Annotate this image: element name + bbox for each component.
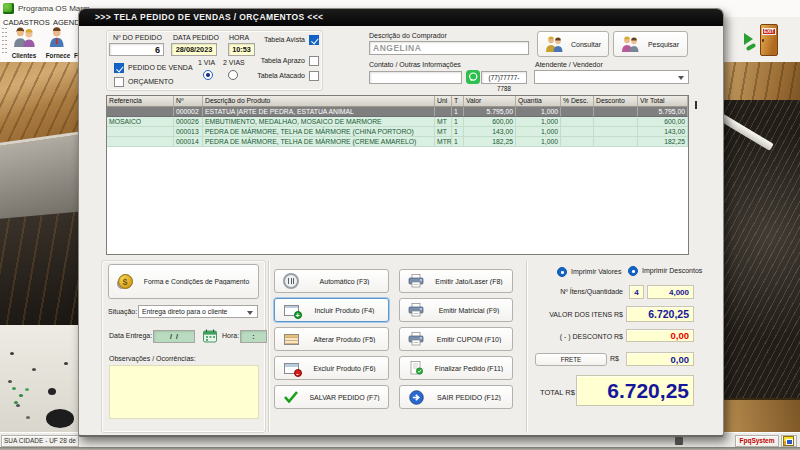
tabela-aprazo-checkbox[interactable] (309, 56, 319, 66)
menu-agenda[interactable]: AGEND (53, 18, 80, 27)
people-icon (620, 36, 640, 52)
pedido-vendas-dialog: >>> TELA PEDIDO DE VENDAS / ORÇAMENTOS <… (78, 8, 724, 437)
atendente-select[interactable] (534, 70, 689, 84)
sair-pedido-button[interactable]: SAIR PEDIDO (F12) (399, 385, 513, 409)
toolbar-grip (2, 28, 4, 55)
pesquisar-button[interactable]: Pesquisar (613, 31, 688, 57)
grid-header: Referencia Nº Descrição do Produto Uni T… (107, 96, 688, 107)
toolbar-fornecedores-button[interactable]: Fornece (42, 27, 74, 59)
salvar-pedido-button[interactable]: SALVAR PEDIDO (F7) (274, 385, 389, 409)
pedido-venda-checkbox[interactable] (114, 63, 124, 73)
numero-pedido-field[interactable] (109, 43, 164, 56)
imprimir-descontos-label: Imprimir Descontos (642, 267, 702, 274)
status-printer-icon (675, 437, 683, 445)
data-pedido-field[interactable] (171, 43, 217, 56)
exit-arrow-icon (406, 390, 426, 405)
printer-icon (406, 332, 426, 346)
consultar-button[interactable]: Consultar (537, 31, 609, 57)
pagamento-button[interactable]: Forma e Condições de Pagamento (108, 264, 259, 299)
emitir-matricial-button[interactable]: Emitir Matricial (F9) (399, 298, 513, 322)
quantidade-value: 4,000 (647, 285, 694, 299)
grid-edit-icon (281, 334, 301, 345)
brand-icon-box (781, 435, 797, 447)
data-entrega-label: Data Entrega: (109, 332, 152, 339)
via1-radio[interactable] (203, 70, 213, 80)
status-city-label: SUA CIDADE - UF 28 de (1, 435, 79, 447)
situacao-label: Situação: (108, 308, 137, 315)
pedido-venda-label: PEDIDO DE VENDA (128, 64, 193, 71)
automatico-button[interactable]: Automático (F3) (274, 269, 389, 293)
brand-label: FpqSystem (735, 435, 779, 447)
check-icon (281, 391, 301, 403)
tabela-atacado-checkbox[interactable] (309, 71, 319, 81)
calendar-icon[interactable] (203, 329, 217, 347)
excluir-produto-button[interactable]: Excluir Produto (F6) (274, 356, 389, 380)
observacoes-label: Observações / Ocorrências: (109, 355, 196, 362)
contato-field[interactable] (369, 71, 462, 84)
situacao-select[interactable]: Entrega direto para o cliente (138, 305, 258, 318)
products-grid[interactable]: Referencia Nº Descrição do Produto Uni T… (106, 95, 689, 255)
finalizar-pedido-button[interactable]: Finalizar Pedido (F11) (399, 356, 513, 380)
incluir-produto-button[interactable]: Incluir Produto (F4) (274, 298, 389, 322)
people-icon (544, 36, 564, 52)
via1-label: 1 VIA (198, 59, 215, 66)
alterar-produto-button[interactable]: Alterar Produto (F5) (274, 327, 389, 351)
menu-cadastros[interactable]: CADASTROS (3, 18, 50, 27)
desconto-label: ( - ) DESCONTO R$ (509, 333, 623, 340)
fpqsystem-icon (783, 436, 794, 446)
hora-entrega-field[interactable] (240, 330, 267, 343)
imprimir-valores-label: Imprimir Valores (571, 268, 621, 275)
orcamento-checkbox[interactable] (114, 77, 124, 87)
orcamento-label: ORÇAMENTO (128, 78, 173, 85)
screen: Programa OS Marm CADASTROS AGEND Cliente… (0, 0, 800, 450)
desconto-value[interactable]: 0,00 (626, 329, 694, 342)
coin-icon (115, 274, 135, 289)
document-check-icon (406, 361, 426, 375)
numero-pedido-label: Nº DO PEDIDO (113, 34, 162, 41)
atendente-label: Atendente / Vendedor (535, 61, 603, 68)
tabela-atacado-label: Tabela Atacado (229, 72, 305, 79)
dialog-title[interactable]: >>> TELA PEDIDO DE VENDAS / ORÇAMENTOS <… (79, 9, 723, 26)
panel-divider (268, 261, 270, 432)
pagamento-label: Forma e Condições de Pagamento (135, 278, 258, 285)
valor-itens-label: VALOR DOS ITENS R$ (509, 311, 623, 318)
tabela-aprazo-label: Tabela Aprazo (229, 57, 305, 64)
exit-sign-label: EXIT (762, 28, 776, 35)
frete-value[interactable]: 0,00 (626, 352, 694, 366)
imprimir-descontos-radio[interactable] (628, 266, 638, 276)
imprimir-valores-radio[interactable] (557, 267, 567, 277)
app-logo-icon (3, 3, 14, 14)
marble-photo-left (0, 57, 78, 432)
descricao-comprador-field[interactable] (369, 41, 529, 55)
emitir-jato-laser-button[interactable]: Emitir Jato/Laser (F8) (399, 269, 513, 293)
descricao-comprador-label: Descrição do Comprador (369, 32, 447, 39)
table-row[interactable]: 000013 PEDRA DE MÁRMORE, TELHA DE MÁRMOR… (107, 127, 688, 137)
table-row-selected[interactable]: 000002 ESTATUA |ARTE DE PEDRA, ESTATUA A… (107, 107, 688, 117)
barcode-circle-icon (281, 273, 301, 289)
grid-edit-cursor (695, 101, 697, 109)
exit-door-icon[interactable]: EXIT (744, 23, 780, 60)
contato-label: Contato / Outras Informações (369, 61, 461, 68)
observacoes-textarea[interactable] (109, 365, 259, 419)
consultar-label: Consultar (564, 41, 608, 48)
total-value: 6.720,25 (576, 375, 694, 406)
panel-divider (526, 261, 528, 432)
pesquisar-label: Pesquisar (640, 41, 687, 48)
toolbar-clientes-button[interactable]: Clientes (8, 27, 40, 59)
frete-button[interactable]: FRETE (535, 353, 607, 366)
emitir-cupom-button[interactable]: Emitir CUPOM (F10) (399, 327, 513, 351)
data-pedido-label: DATA PEDIDO (173, 34, 219, 41)
hora-entrega-label: Hora: (222, 332, 239, 339)
tabela-avista-checkbox[interactable] (309, 35, 319, 45)
table-row[interactable]: 000014 PEDRA DE MÁRMORE, TELHA DE MÁRMOR… (107, 137, 688, 147)
phone-field[interactable]: (77)77777-7788 (481, 71, 527, 84)
frete-moeda-label: R$ (610, 355, 619, 362)
table-row[interactable]: MOSAICO000026 EMBUTIMENTO, MEDALHAO, MOS… (107, 117, 688, 127)
grid-remove-icon (281, 363, 301, 374)
whatsapp-icon[interactable] (466, 70, 480, 88)
printer-icon (406, 274, 426, 288)
hora-pedido-field[interactable] (228, 43, 255, 56)
tabela-avista-label: Tabela Avista (229, 36, 305, 43)
marble-photo-right (724, 62, 800, 432)
data-entrega-field[interactable] (153, 330, 195, 343)
